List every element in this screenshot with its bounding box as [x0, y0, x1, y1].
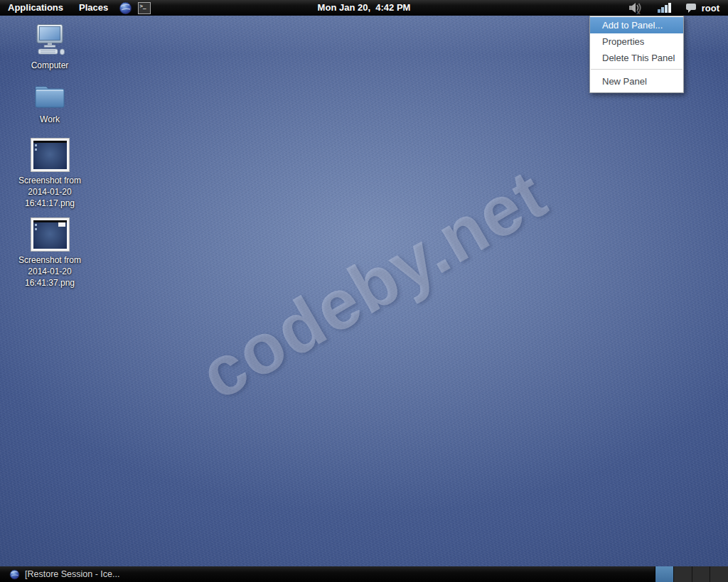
taskbar-window-title: [Restore Session - Ice... [25, 569, 119, 579]
desktop-icon-screenshot-1[interactable]: Screenshot from 2014-01-20 16:41:17.png [9, 138, 91, 210]
places-menu[interactable]: Places [71, 0, 116, 16]
browser-globe-icon [119, 1, 132, 15]
workspace-1[interactable] [655, 566, 674, 582]
user-name-label: root [702, 3, 719, 14]
browser-globe-icon [9, 569, 20, 580]
image-thumbnail-icon [31, 217, 70, 252]
desktop-icon-screenshot-2[interactable]: Screenshot from 2014-01-20 16:41:37.png [9, 217, 91, 289]
desktop-icon-computer[interactable]: Computer [9, 24, 91, 71]
folder-icon [33, 81, 66, 111]
terminal-icon: >_ [138, 2, 151, 14]
volume-applet[interactable]: x [621, 0, 651, 16]
terminal-launcher[interactable]: >_ [135, 0, 154, 16]
watermark-text: codeby.net [186, 153, 560, 416]
desktop-icon-label: Computer [31, 60, 69, 71]
volume-muted-icon: x [628, 1, 645, 15]
svg-text:>_: >_ [140, 3, 147, 9]
desktop-icon-label: Work [40, 114, 60, 125]
applications-menu[interactable]: Applications [0, 0, 71, 16]
clock-applet[interactable]: Mon Jan 20, 4:42 PM [318, 0, 411, 16]
menu-separator [591, 69, 682, 70]
desktop-icon-label: Screenshot from 2014-01-20 16:41:17.png [13, 175, 87, 210]
menu-item-properties[interactable]: Properties [590, 33, 683, 50]
panel-context-menu: Add to Panel... Properties Delete This P… [589, 16, 684, 93]
desktop-background: codeby.net [0, 16, 728, 566]
network-signal-icon [658, 2, 672, 14]
browser-launcher[interactable] [116, 0, 135, 16]
menu-item-new-panel[interactable]: New Panel [590, 73, 683, 90]
svg-text:x: x [636, 9, 640, 15]
workspace-switcher [655, 566, 728, 582]
taskbar-window-button[interactable]: [Restore Session - Ice... [0, 566, 128, 582]
workspace-3[interactable] [692, 566, 711, 582]
desktop-screen: Applications Places >_ [0, 0, 728, 582]
desktop-icon-work[interactable]: Work [9, 81, 91, 125]
image-thumbnail-icon [31, 138, 70, 172]
top-panel-status-area: x root [621, 0, 728, 16]
computer-icon [32, 24, 68, 57]
user-applet[interactable]: root [678, 0, 722, 16]
top-panel: Applications Places >_ [0, 0, 728, 16]
workspace-4[interactable] [710, 566, 728, 582]
workspace-2[interactable] [674, 566, 692, 582]
chat-bubble-icon [685, 3, 697, 14]
menu-item-delete-this-panel[interactable]: Delete This Panel [590, 50, 683, 66]
menu-item-add-to-panel[interactable]: Add to Panel... [590, 17, 683, 33]
bottom-panel: [Restore Session - Ice... [0, 566, 728, 582]
desktop-icon-label: Screenshot from 2014-01-20 16:41:37.png [13, 254, 87, 289]
network-applet[interactable] [651, 0, 678, 16]
